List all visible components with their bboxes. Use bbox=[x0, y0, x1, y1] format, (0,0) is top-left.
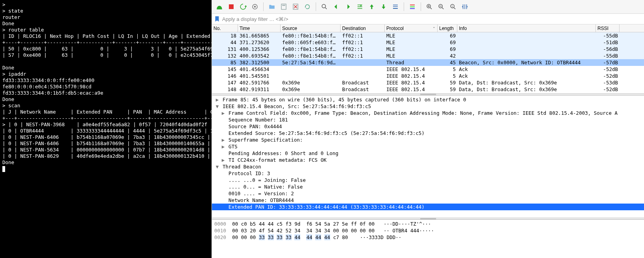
packet-row[interactable]: 18361.665865fe80::f8e1:54b8:f…ff02::1MLE… bbox=[212, 32, 644, 39]
go-last-button[interactable] bbox=[378, 2, 389, 12]
col-info[interactable]: Info bbox=[457, 24, 596, 32]
tree-node[interactable]: Extended PAN ID: 33:33:33:33:44:44:44:44… bbox=[212, 204, 644, 210]
toolbar-separator bbox=[421, 2, 421, 11]
col-protocol[interactable]: Protocol⌃ bbox=[385, 24, 438, 32]
packet-details-tree[interactable]: ▶ Frame 85: 45 bytes on wire (360 bits),… bbox=[212, 95, 644, 218]
svg-rect-7 bbox=[393, 8, 398, 9]
auto-scroll-button[interactable] bbox=[390, 2, 401, 12]
display-filter-input[interactable] bbox=[222, 15, 642, 23]
open-file-button[interactable] bbox=[267, 2, 277, 12]
packet-list[interactable]: No. Time Source Destination Protocol⌃ Le… bbox=[212, 24, 644, 93]
restart-capture-button[interactable] bbox=[238, 2, 248, 12]
save-button[interactable] bbox=[279, 2, 289, 12]
col-source[interactable]: Source bbox=[281, 24, 341, 32]
tree-node[interactable]: Pending Addresses: 0 Short and 0 Long bbox=[212, 150, 644, 157]
packet-row[interactable]: 131400.125366fe80::f8e1:54b8:f…ff02::1ML… bbox=[212, 46, 644, 52]
col-time[interactable]: Time bbox=[238, 24, 281, 32]
packet-list-header: No. Time Source Destination Protocol⌃ Le… bbox=[212, 24, 644, 32]
svg-point-6 bbox=[322, 4, 326, 8]
svg-rect-10 bbox=[410, 8, 415, 9]
tree-node[interactable]: ▼ Thread Beacon bbox=[212, 163, 644, 170]
tree-node[interactable]: Network Name: OTBR4444 bbox=[212, 197, 644, 204]
col-rssi[interactable]: RSSI bbox=[596, 24, 620, 32]
tree-node[interactable]: 0010 .... = Version: 2 bbox=[212, 190, 644, 197]
resize-columns-button[interactable] bbox=[460, 2, 470, 12]
tree-node[interactable]: ▶ Superframe Specification: bbox=[212, 136, 644, 143]
svg-rect-0 bbox=[229, 4, 234, 9]
svg-rect-4 bbox=[282, 5, 285, 6]
bookmark-icon[interactable] bbox=[213, 15, 221, 22]
start-capture-button[interactable] bbox=[214, 2, 225, 12]
toolbar: 1 bbox=[212, 0, 644, 13]
tree-node[interactable]: ▶ Frame Control Field: 0xc000, Frame Typ… bbox=[212, 110, 644, 116]
toolbar-separator bbox=[404, 2, 404, 11]
hex-row[interactable]: 0020 00 00 00 33 33 33 33 44 44 44 44 c7… bbox=[214, 234, 642, 241]
capture-options-button[interactable] bbox=[250, 2, 260, 12]
zoom-in-button[interactable] bbox=[424, 2, 434, 12]
packet-row[interactable]: 44371.273620fe80::605f:e603:f…ff02::1MLE… bbox=[212, 39, 644, 46]
tree-node[interactable]: ▼ IEEE 802.15.4 Beacon, Src: 5e:27:5a:54… bbox=[212, 103, 644, 110]
hex-row[interactable]: 0010 00 03 20 4f 54 42 52 34 34 34 34 00… bbox=[214, 227, 642, 234]
go-forward-button[interactable] bbox=[343, 2, 353, 12]
packet-row[interactable]: 148402.9193110x369eBroadcastIEEE 802.15.… bbox=[212, 86, 644, 93]
toolbar-separator bbox=[316, 2, 316, 11]
reload-button[interactable] bbox=[302, 2, 313, 12]
go-to-packet-button[interactable] bbox=[355, 2, 365, 12]
svg-rect-3 bbox=[281, 4, 286, 9]
packet-bytes-hex[interactable]: 0000 00 c0 b5 44 44 c5 f3 9d f6 54 5a 27… bbox=[212, 220, 644, 258]
go-first-button[interactable] bbox=[367, 2, 377, 12]
packet-row[interactable]: 146401.545501IEEE 802.15.45Ack-52dB bbox=[212, 73, 644, 79]
display-filter-bar bbox=[212, 13, 644, 24]
tree-node[interactable]: Protocol ID: 3 bbox=[212, 170, 644, 177]
packet-row[interactable]: 132400.693542fe80::f8e1:54b8:f…ff02::1ML… bbox=[212, 52, 644, 59]
col-no[interactable]: No. bbox=[212, 24, 238, 32]
tree-node[interactable]: ▶ TI CC24xx-format metadata: FCS OK bbox=[212, 157, 644, 163]
wireshark-pane: 1 No. Time Source Destination Protocol⌃ … bbox=[212, 0, 644, 258]
col-length[interactable]: Length bbox=[438, 24, 457, 32]
svg-rect-9 bbox=[410, 6, 415, 7]
packet-row[interactable]: 147402.5917660x369eBroadcastIEEE 802.15.… bbox=[212, 79, 644, 86]
terminal-pane[interactable]: > > state router Done > router table | I… bbox=[0, 0, 212, 258]
stop-capture-button[interactable] bbox=[226, 2, 236, 12]
colorize-button[interactable] bbox=[407, 2, 417, 12]
tree-node[interactable]: Sequence Number: 181 bbox=[212, 116, 644, 123]
svg-point-2 bbox=[254, 6, 256, 8]
tree-node[interactable]: ▶ Frame 85: 45 bytes on wire (360 bits),… bbox=[212, 96, 644, 103]
close-file-button[interactable] bbox=[290, 2, 301, 12]
tree-node[interactable]: .... 0... = Native: False bbox=[212, 183, 644, 190]
sort-asc-icon: ⌃ bbox=[432, 26, 436, 30]
packet-row[interactable]: 85382.3125005e:27:5a:54:f6:9d…Thread45Be… bbox=[212, 59, 644, 66]
col-destination[interactable]: Destination bbox=[341, 24, 385, 32]
tree-node[interactable]: Extended Source: 5e:27:5a:54:f6:9d:f3:c5… bbox=[212, 130, 644, 136]
tree-node[interactable]: Source PAN: 0x4444 bbox=[212, 123, 644, 130]
tree-node[interactable]: .... ...0 = Joining: False bbox=[212, 177, 644, 183]
zoom-out-button[interactable] bbox=[436, 2, 446, 12]
svg-rect-8 bbox=[410, 4, 415, 6]
packet-row[interactable]: 145401.456634IEEE 802.15.45Ack-52dB bbox=[212, 66, 644, 73]
tree-node[interactable]: ▶ GTS bbox=[212, 143, 644, 150]
toolbar-separator bbox=[263, 2, 264, 11]
svg-text:1: 1 bbox=[451, 5, 453, 7]
zoom-reset-button[interactable]: 1 bbox=[448, 2, 458, 12]
go-back-button[interactable] bbox=[331, 2, 341, 12]
find-packet-button[interactable] bbox=[319, 2, 329, 12]
hex-row[interactable]: 0000 00 c0 b5 44 44 c5 f3 9d f6 54 5a 27… bbox=[214, 221, 642, 227]
